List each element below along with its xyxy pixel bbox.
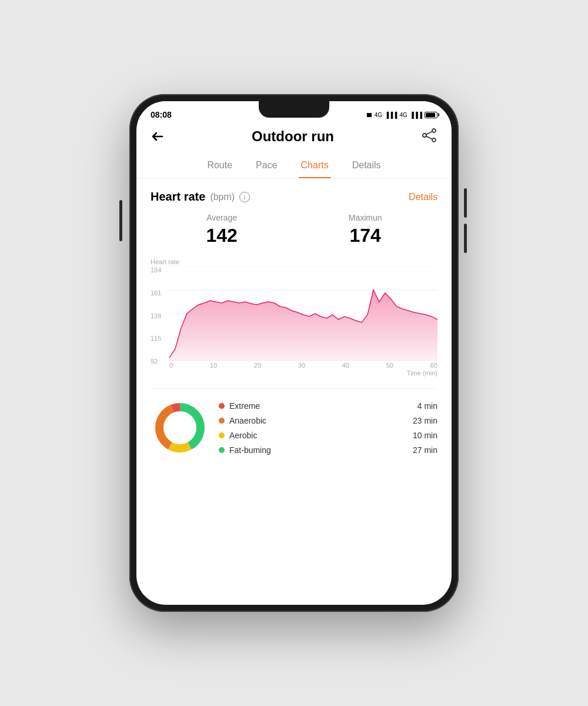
stats-row: Average 142 Maximun 174 [151, 213, 437, 247]
page-header: Outdoor run [136, 122, 452, 155]
y-label-138: 138 [151, 312, 167, 319]
fatbuming-name: Fat-buming [229, 445, 408, 455]
x-label-60: 60 [430, 362, 437, 369]
legend-item-fatbuming: Fat-buming 27 min [219, 445, 437, 455]
legend-section: Extreme 4 min Anaerobic 23 min Aerobic 1… [151, 388, 437, 467]
signal-4g-2-icon: 4G [399, 112, 407, 118]
back-arrow-icon [151, 129, 165, 144]
tab-details[interactable]: Details [350, 155, 383, 178]
average-label: Average [206, 213, 237, 222]
y-label-92: 92 [151, 358, 167, 365]
maximum-stat: Maximun 174 [349, 213, 382, 247]
svg-point-1 [423, 134, 426, 137]
y-label-184: 184 [151, 267, 167, 274]
x-label-20: 20 [254, 362, 261, 369]
donut-chart [151, 398, 209, 457]
fatbuming-dot [219, 447, 225, 453]
maximum-value: 174 [349, 225, 382, 247]
anaerobic-dot [219, 418, 225, 424]
heart-rate-details-link[interactable]: Details [409, 192, 437, 202]
chart-y-title: Heart rate [151, 258, 437, 265]
fatbuming-time: 27 min [413, 445, 437, 455]
maximum-label: Maximun [349, 213, 382, 222]
extreme-dot [219, 403, 225, 409]
aerobic-name: Aerobic [229, 431, 408, 440]
tab-pace[interactable]: Pace [253, 155, 279, 178]
status-time: 08:08 [151, 110, 172, 119]
anaerobic-name: Anaerobic [229, 416, 408, 425]
aerobic-dot [219, 432, 225, 438]
svg-point-14 [165, 412, 195, 443]
x-label-10: 10 [210, 362, 217, 369]
heart-rate-unit: (bpm) [210, 192, 235, 202]
chart-area: 184 161 138 115 92 [151, 267, 437, 377]
content-area: Heart rate (bpm) i Details Average 142 M… [136, 178, 452, 605]
signal-bars-2: ▐▐▐ [410, 112, 422, 118]
svg-point-0 [432, 129, 436, 132]
average-value: 142 [206, 225, 237, 247]
power-button[interactable] [119, 200, 122, 241]
donut-svg [151, 398, 209, 457]
notch [259, 101, 329, 118]
tab-charts[interactable]: Charts [299, 155, 331, 178]
page-title: Outdoor run [252, 128, 334, 145]
svg-point-2 [432, 138, 436, 142]
legend-item-aerobic: Aerobic 10 min [219, 431, 437, 440]
phone-screen: 08:08 ⯀ 4G ▐▐▐ 4G ▐▐▐ Outdoor run [136, 101, 452, 605]
share-button[interactable] [421, 127, 437, 146]
extreme-time: 4 min [417, 401, 437, 411]
x-label-40: 40 [342, 362, 349, 369]
signal-bars-1: ▐▐▐ [385, 112, 397, 118]
aerobic-time: 10 min [413, 431, 437, 440]
average-stat: Average 142 [206, 213, 237, 247]
status-icons: ⯀ 4G ▐▐▐ 4G ▐▐▐ [366, 112, 437, 118]
tab-bar: Route Pace Charts Details [136, 155, 452, 178]
chart-svg-container: 0 10 20 30 40 50 60 Time (min) [169, 267, 437, 377]
info-button[interactable]: i [239, 192, 250, 202]
signal-4g-icon: 4G [375, 112, 382, 118]
chart-svg [169, 267, 437, 361]
heart-rate-section-header: Heart rate (bpm) i Details [151, 190, 437, 204]
extreme-name: Extreme [229, 401, 413, 411]
svg-line-4 [426, 136, 432, 139]
battery-icon [425, 112, 437, 118]
phone-frame: 08:08 ⯀ 4G ▐▐▐ 4G ▐▐▐ Outdoor run [129, 94, 459, 612]
heart-rate-title: Heart rate [151, 190, 205, 204]
tab-route[interactable]: Route [205, 155, 235, 178]
x-label-50: 50 [386, 362, 393, 369]
back-button[interactable] [151, 129, 165, 144]
bluetooth-icon: ⯀ [366, 112, 372, 118]
x-label-0: 0 [169, 362, 173, 369]
svg-line-3 [426, 132, 432, 135]
heart-rate-chart-wrapper: Heart rate 184 161 138 115 92 [151, 258, 437, 377]
heart-rate-title-group: Heart rate (bpm) i [151, 190, 250, 204]
x-label-30: 30 [298, 362, 305, 369]
legend-item-anaerobic: Anaerobic 23 min [219, 416, 437, 425]
y-label-161: 161 [151, 289, 167, 297]
legend-items: Extreme 4 min Anaerobic 23 min Aerobic 1… [219, 398, 437, 457]
legend-item-extreme: Extreme 4 min [219, 401, 437, 411]
y-label-115: 115 [151, 335, 167, 342]
volume-up-button[interactable] [464, 188, 467, 218]
x-axis-labels: 0 10 20 30 40 50 60 [169, 361, 437, 369]
anaerobic-time: 23 min [413, 416, 437, 425]
share-icon [421, 127, 437, 144]
y-axis-labels: 184 161 138 115 92 [151, 267, 167, 377]
x-axis-unit: Time (min) [169, 369, 437, 377]
volume-down-button[interactable] [464, 224, 467, 253]
